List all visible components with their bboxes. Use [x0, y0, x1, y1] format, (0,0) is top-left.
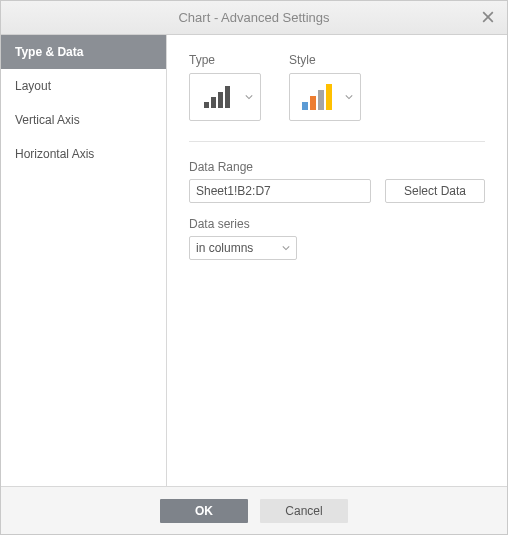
ok-button[interactable]: OK — [160, 499, 248, 523]
sidebar-item-label: Type & Data — [15, 45, 83, 59]
sidebar-item-layout[interactable]: Layout — [1, 69, 166, 103]
type-label: Type — [189, 53, 261, 67]
sidebar-item-type-data[interactable]: Type & Data — [1, 35, 166, 69]
dialog-body: Type & Data Layout Vertical Axis Horizon… — [1, 35, 507, 486]
chart-style-picker[interactable] — [289, 73, 361, 121]
svg-rect-6 — [302, 102, 308, 110]
svg-rect-7 — [310, 96, 316, 110]
type-style-row: Type — [189, 53, 485, 121]
data-series-label: Data series — [189, 217, 485, 231]
sidebar-item-vertical-axis[interactable]: Vertical Axis — [1, 103, 166, 137]
svg-rect-8 — [318, 90, 324, 110]
style-group: Style — [289, 53, 361, 121]
svg-rect-5 — [225, 86, 230, 108]
chart-type-picker[interactable] — [189, 73, 261, 121]
data-series-select[interactable]: in columns — [189, 236, 297, 260]
select-data-button[interactable]: Select Data — [385, 179, 485, 203]
type-group: Type — [189, 53, 261, 121]
bar-chart-icon — [194, 82, 242, 112]
close-icon — [482, 9, 494, 26]
sidebar-item-label: Horizontal Axis — [15, 147, 94, 161]
sidebar-item-horizontal-axis[interactable]: Horizontal Axis — [1, 137, 166, 171]
dialog-chart-advanced-settings: Chart - Advanced Settings Type & Data La… — [0, 0, 508, 535]
sidebar: Type & Data Layout Vertical Axis Horizon… — [1, 35, 167, 486]
dialog-footer: OK Cancel — [1, 486, 507, 534]
chevron-down-icon — [342, 93, 356, 101]
data-series-value: in columns — [196, 241, 253, 255]
close-button[interactable] — [479, 9, 497, 27]
data-range-row: Select Data — [189, 179, 485, 203]
sidebar-item-label: Vertical Axis — [15, 113, 80, 127]
cancel-button[interactable]: Cancel — [260, 499, 348, 523]
style-label: Style — [289, 53, 361, 67]
data-range-label: Data Range — [189, 160, 485, 174]
chevron-down-icon — [282, 241, 290, 255]
sidebar-item-label: Layout — [15, 79, 51, 93]
svg-rect-9 — [326, 84, 332, 110]
panel-type-data: Type — [167, 35, 507, 486]
svg-rect-4 — [218, 92, 223, 108]
titlebar: Chart - Advanced Settings — [1, 1, 507, 35]
chevron-down-icon — [242, 93, 256, 101]
svg-rect-2 — [204, 102, 209, 108]
divider — [189, 141, 485, 142]
svg-rect-3 — [211, 97, 216, 108]
data-range-input[interactable] — [189, 179, 371, 203]
dialog-title: Chart - Advanced Settings — [1, 10, 507, 25]
colored-bar-chart-icon — [294, 80, 342, 114]
